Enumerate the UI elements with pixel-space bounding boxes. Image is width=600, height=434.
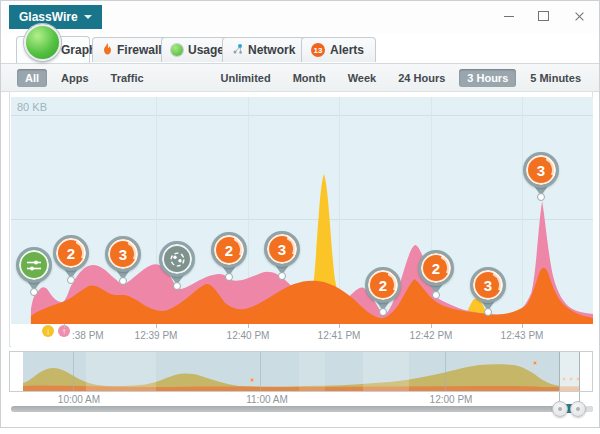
filter-all[interactable]: All	[17, 69, 47, 87]
minimap-tick-label: 12:00 PM	[430, 394, 473, 405]
timeline-minimap	[9, 351, 593, 392]
range-5-minutes[interactable]: 5 Minutes	[522, 69, 589, 87]
range-handle-right[interactable]	[570, 401, 586, 417]
minimap-gridline	[260, 352, 261, 391]
alerts-count-badge: 13	[311, 43, 325, 57]
alert-count: 2	[211, 232, 247, 268]
tab-alerts-label: Alerts	[330, 43, 375, 57]
minimap-tick-label: 11:00 AM	[246, 394, 288, 405]
minimap-selection-window[interactable]	[559, 352, 580, 391]
graph-ball-icon	[24, 24, 61, 61]
tick-label: 12:40 PM	[227, 330, 270, 341]
timeline-scrollbar[interactable]	[11, 406, 593, 412]
alert-count: 3	[264, 231, 300, 267]
close-button[interactable]	[564, 3, 594, 29]
minimap-alert-dot	[533, 361, 537, 365]
minimap-plot[interactable]	[23, 352, 580, 391]
tab-network-label: Network	[248, 43, 306, 57]
network-nodes-icon	[232, 43, 243, 58]
tick-label: :38 PM	[72, 330, 104, 341]
minimap-gridline	[73, 352, 74, 391]
range-week[interactable]: Week	[340, 69, 385, 87]
close-icon	[574, 11, 585, 22]
time-axis: ↓ ↑ :38 PM 12:39 PM 12:40 PM 12:41 PM 12…	[11, 324, 593, 347]
pin-alerts[interactable]: 3	[523, 152, 559, 201]
pin-alerts[interactable]: 2	[53, 235, 89, 284]
pin-alerts[interactable]: 3	[470, 267, 506, 316]
pin-network-change[interactable]	[159, 241, 195, 290]
app-menu-label: GlassWire	[19, 10, 78, 24]
range-handle-left[interactable]	[552, 401, 568, 417]
range-group: Unlimited Month Week 24 Hours 3 Hours 5 …	[207, 69, 589, 87]
pin-alerts[interactable]: 2	[365, 267, 401, 316]
filter-group: All Apps Traffic	[11, 69, 152, 87]
tab-network[interactable]: Network	[222, 37, 307, 62]
pin-alerts[interactable]: 3	[105, 236, 141, 285]
range-month[interactable]: Month	[285, 69, 334, 87]
range-unlimited[interactable]: Unlimited	[213, 69, 279, 87]
minimize-button[interactable]	[494, 3, 524, 29]
tick-label: 12:43 PM	[501, 330, 544, 341]
pin-alerts[interactable]: 2	[211, 232, 247, 281]
minimize-icon	[504, 16, 514, 17]
firewall-flame-icon	[102, 43, 112, 58]
chevron-down-icon	[84, 15, 92, 19]
tab-alerts[interactable]: 13 Alerts	[301, 37, 376, 62]
filter-traffic[interactable]: Traffic	[103, 69, 152, 87]
alert-count: 2	[365, 267, 401, 303]
network-change-icon	[159, 241, 195, 277]
pin-alerts[interactable]: 3	[264, 231, 300, 280]
sliders-icon	[16, 247, 52, 283]
title-bar: GlassWire	[1, 1, 599, 33]
minimap-alert-dot	[250, 378, 254, 382]
tick-label: 12:41 PM	[318, 330, 361, 341]
download-legend-icon[interactable]: ↓	[42, 325, 54, 337]
minimap-tick-label: 10:00 AM	[58, 394, 100, 405]
graph-toolbar: All Apps Traffic Unlimited Month Week 24…	[1, 63, 599, 92]
maximize-button[interactable]	[528, 3, 558, 29]
tab-bar: Graph Firewall Usage Network 13 Alerts	[1, 34, 599, 63]
pin-settings-change[interactable]	[16, 247, 52, 296]
pin-alerts[interactable]: 2	[418, 250, 454, 299]
graph-panel: 80 KB 2 3 2	[9, 91, 593, 347]
filter-apps[interactable]: Apps	[53, 69, 97, 87]
alert-count: 3	[470, 267, 506, 303]
maximize-icon	[538, 11, 549, 21]
tick-label: 12:39 PM	[135, 330, 178, 341]
app-menu-button[interactable]: GlassWire	[9, 5, 102, 29]
minimap-gridline	[445, 352, 446, 391]
alert-count: 3	[105, 236, 141, 272]
usage-ball-icon	[171, 44, 183, 56]
alert-count: 2	[53, 235, 89, 271]
tick-label: 12:42 PM	[410, 330, 453, 341]
alert-count: 3	[523, 152, 559, 188]
range-3-hours[interactable]: 3 Hours	[459, 69, 516, 87]
minimap-axis: 10:00 AM 11:00 AM 12:00 PM	[1, 394, 599, 406]
range-24-hours[interactable]: 24 Hours	[390, 69, 453, 87]
glasswire-window: GlassWire Graph Firewall Usage Network	[0, 0, 600, 428]
alert-count: 2	[418, 250, 454, 286]
